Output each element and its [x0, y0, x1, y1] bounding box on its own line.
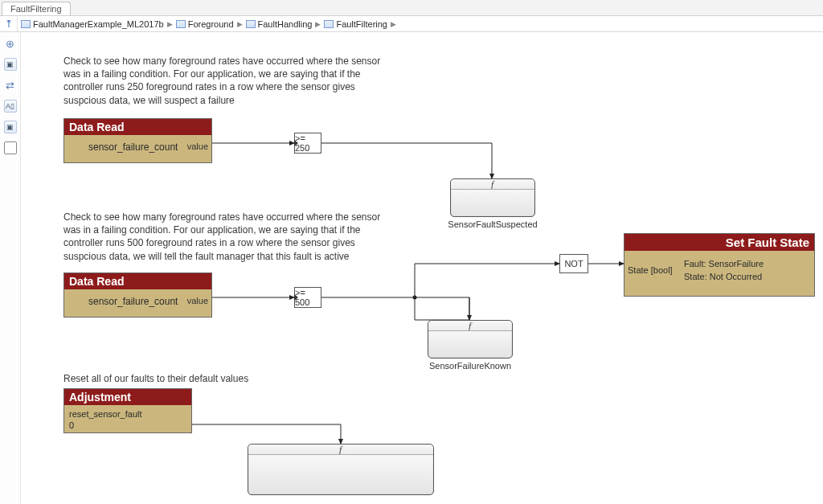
breadcrumb-item[interactable]: FaultHandling — [258, 19, 313, 29]
annotation-text: Check to see how many foreground rates h… — [63, 55, 385, 107]
region-icon[interactable] — [4, 141, 17, 154]
annotation-text: Reset all of our faults to their default… — [63, 372, 248, 385]
chevron-right-icon: ▶ — [391, 20, 396, 28]
tab-strip: FaultFiltering — [0, 0, 823, 16]
annotate-icon[interactable]: A▯ — [4, 100, 17, 113]
subsystem-label: SensorFailureKnown — [406, 361, 534, 371]
signal-name: sensor_failure_count — [88, 296, 178, 307]
subsystem-label: SensorFaultSuspected — [428, 219, 557, 229]
compare-block[interactable]: >= 500 — [294, 287, 321, 308]
chevron-right-icon: ▶ — [315, 20, 321, 28]
fault-state: State: Not Occurred — [684, 272, 762, 281]
tool-palette: ⊕ ▣ ⇄ A▯ ▣ — [0, 32, 21, 504]
inport-icon — [294, 294, 298, 301]
function-call-subsystem[interactable]: ƒ — [428, 320, 513, 359]
fit-to-view-icon[interactable]: ▣ — [4, 58, 17, 71]
function-call-subsystem[interactable]: ƒ — [450, 178, 535, 217]
nav-up-icon[interactable]: ⤒ — [0, 16, 18, 31]
data-read-block[interactable]: Data Read sensor_failure_count value — [63, 118, 212, 163]
set-fault-state-block[interactable]: Set Fault State State [bool] Fault: Sens… — [624, 233, 815, 297]
compare-block[interactable]: >= 250 — [294, 133, 321, 154]
block-header: Adjustment — [64, 389, 191, 405]
chevron-right-icon: ▶ — [167, 20, 173, 28]
block-header: Data Read — [64, 273, 211, 289]
breadcrumb-bar: ⤒ FaultManagerExample_ML2017b ▶ Foregrou… — [0, 16, 823, 32]
breadcrumb-item[interactable]: FaultManagerExample_ML2017b — [33, 19, 164, 29]
input-port-label: State [bool] — [628, 265, 673, 275]
function-call-subsystem[interactable]: ƒ — [248, 444, 434, 495]
zoom-icon[interactable]: ⊕ — [4, 37, 17, 50]
breadcrumb-item[interactable]: Foreground — [188, 19, 234, 29]
swap-icon[interactable]: ⇄ — [4, 79, 17, 92]
function-icon: ƒ — [338, 444, 343, 456]
function-icon: ƒ — [490, 178, 495, 191]
model-icon — [21, 20, 31, 28]
annotation-text: Check to see how many foreground rates h… — [63, 211, 385, 263]
compare-label: >= 500 — [295, 288, 321, 307]
model-canvas[interactable]: Check to see how many foreground rates h… — [21, 32, 823, 504]
fault-name: Fault: SensorFailure — [684, 259, 764, 268]
compare-label: >= 250 — [295, 133, 321, 153]
subsystem-icon — [176, 20, 186, 28]
image-icon[interactable]: ▣ — [4, 121, 17, 133]
breadcrumb: FaultManagerExample_ML2017b ▶ Foreground… — [18, 16, 823, 31]
output-port-label: value — [187, 141, 208, 151]
chevron-right-icon: ▶ — [237, 20, 243, 28]
not-label: NOT — [564, 259, 583, 268]
breadcrumb-item[interactable]: FaultFiltering — [336, 19, 387, 29]
inport-icon — [294, 140, 298, 146]
output-port-label: value — [187, 296, 208, 305]
signal-name: sensor_failure_count — [88, 141, 178, 153]
svg-point-0 — [413, 296, 417, 300]
tab-faultfiltering[interactable]: FaultFiltering — [2, 2, 71, 15]
subsystem-icon — [324, 20, 334, 28]
data-read-block[interactable]: Data Read sensor_failure_count value — [63, 272, 212, 318]
adjustment-value: 0 — [69, 420, 186, 431]
adjustment-block[interactable]: Adjustment reset_sensor_fault 0 — [63, 388, 192, 433]
subsystem-icon — [246, 20, 256, 28]
block-header: Set Fault State — [624, 234, 814, 251]
function-icon: ƒ — [468, 320, 473, 332]
not-block[interactable]: NOT — [559, 254, 588, 273]
adjustment-name: reset_sensor_fault — [69, 408, 186, 420]
block-header: Data Read — [64, 119, 211, 135]
